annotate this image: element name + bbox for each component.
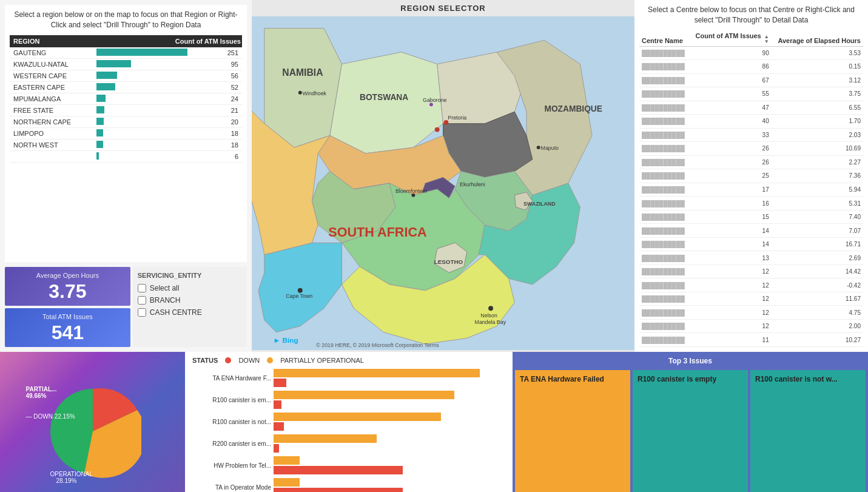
table-row[interactable]: ██████████ 90 3.53 [639,46,863,60]
top3-card[interactable]: R100 canister is empty 56 [633,370,748,492]
right-panel: Select a Centre below to focus on that C… [634,0,868,352]
table-row[interactable]: ██████████ 26 2.27 [639,155,863,169]
right-instruction: Select a Centre below to focus on that C… [639,5,863,25]
red-bar [274,400,281,409]
pie-operational-pct: 28.19% [56,477,77,484]
servicing-entity-panel: SERVICING_ENTITY Select allBRANCHCASH CE… [133,267,247,347]
centre-avg: 16.71 [772,237,863,251]
count-atm-header[interactable]: Count of ATM Issues ▲▼ [690,30,772,47]
avg-open-hours-box: Average Open Hours 3.75 [5,267,130,306]
region-name: KWAZULU-NATAL [10,58,93,70]
svg-text:LESOTHO: LESOTHO [434,258,463,265]
total-atm-box: Total ATM Issues 541 [5,308,130,347]
top3-card[interactable]: TA ENA Hardware Failed 78 [515,370,630,492]
table-row[interactable]: ██████████ 67 3.12 [639,73,863,87]
table-row[interactable]: ██████████ 12 2.00 [639,319,863,333]
table-row[interactable]: EASTERN CAPE 52 [10,81,242,93]
table-row[interactable]: ██████████ 86 0.15 [639,60,863,74]
region-bar [93,81,218,93]
region-bar [93,150,218,162]
avg-open-hours-value: 3.75 [10,281,126,301]
svg-text:Gaborone: Gaborone [423,97,446,103]
total-atm-label: Total ATM Issues [10,313,126,320]
centre-count: 26 [690,155,772,169]
table-row[interactable]: LIMPOPO 18 [10,127,242,139]
table-row[interactable]: ██████████ 14 7.07 [639,224,863,238]
table-row[interactable]: ██████████ 33 2.03 [639,128,863,142]
table-row[interactable]: ██████████ 26 10.69 [639,142,863,156]
centre-count: 47 [690,101,772,115]
centre-name: ██████████ [639,60,690,74]
region-name: MPUMALANGA [10,93,93,104]
centre-avg: 7.36 [772,169,863,183]
se-checkbox[interactable] [138,308,146,317]
map-container[interactable]: NAMIBIA BOTSWANA MOZAMBIQUE [252,16,634,350]
orange-bar [274,369,480,377]
pie-down-line: — DOWN 22.15% [26,413,75,420]
region-count: 18 [218,139,242,150]
chart-row: R100 canister is not... [192,413,505,431]
table-row[interactable]: ██████████ 12 11.67 [639,292,863,306]
svg-text:Maputo: Maputo [541,145,559,151]
table-row[interactable]: MPUMALANGA 24 [10,93,242,104]
region-bar [93,93,218,104]
table-row[interactable]: KWAZULU-NATAL 95 [10,58,242,70]
table-row[interactable]: FREE STATE 21 [10,104,242,116]
centre-name: ██████████ [639,101,690,115]
table-row[interactable]: ██████████ 15 7.40 [639,210,863,224]
centre-table[interactable]: Centre Name Count of ATM Issues ▲▼ Avera… [639,30,863,347]
orange-bar [274,391,454,399]
table-row[interactable]: ██████████ 55 3.75 [639,87,863,101]
se-checkbox-item[interactable]: BRANCH [138,296,242,305]
down-dot [225,357,231,363]
centre-name: ██████████ [639,278,690,292]
centre-avg: -0.42 [772,278,863,292]
table-row[interactable]: ██████████ 47 6.55 [639,101,863,115]
se-checkbox[interactable] [138,296,146,305]
center-map-panel: REGION SELECTOR NAMIBIA BOTSWANA [252,0,634,352]
table-row[interactable]: ██████████ 12 4.75 [639,306,863,320]
se-checkbox[interactable] [138,284,146,292]
region-count: 24 [218,93,242,104]
centre-count: 14 [690,237,772,251]
table-row[interactable]: GAUTENG 251 [10,47,242,59]
svg-text:Nelson: Nelson [480,312,497,318]
table-row[interactable]: ██████████ 16 5.31 [639,197,863,211]
table-row[interactable]: 6 [10,150,242,162]
centre-avg: 2.00 [772,319,863,333]
sort-icon[interactable]: ▲▼ [764,35,769,44]
top3-card[interactable]: R100 canister is not w... 49 [750,370,866,492]
table-row[interactable]: ██████████ 13 2.69 [639,251,863,265]
top3-card-title: TA ENA Hardware Failed [520,375,625,383]
table-row[interactable]: ██████████ 12 -0.42 [639,278,863,292]
red-bar [274,444,279,453]
table-row[interactable]: ██████████ 11 10.27 [639,333,863,347]
total-atm-value: 541 [10,323,126,342]
partial-dot [267,357,273,363]
centre-name: ██████████ [639,46,690,60]
red-bar [274,379,286,387]
se-checkbox-item[interactable]: Select all [138,284,242,292]
centre-count: 40 [690,115,772,129]
table-row[interactable]: NORTH WEST 18 [10,139,242,150]
centre-name: ██████████ [639,73,690,87]
svg-text:Mandela Bay: Mandela Bay [475,319,506,325]
table-row[interactable]: ██████████ 17 5.94 [639,183,863,197]
table-row[interactable]: ██████████ 25 7.36 [639,169,863,183]
svg-point-18 [298,288,303,293]
table-row[interactable]: ██████████ 12 14.42 [639,265,863,278]
table-row[interactable]: NORTHERN CAPE 20 [10,116,242,127]
centre-count: 12 [690,319,772,333]
table-row[interactable]: ██████████ 14 16.71 [639,237,863,251]
table-row[interactable]: ██████████ 40 1.70 [639,115,863,129]
centre-avg: 2.69 [772,251,863,265]
table-row[interactable]: WESTERN CAPE 56 [10,70,242,81]
centre-name: ██████████ [639,237,690,251]
region-bar [93,116,218,127]
centre-name: ██████████ [639,319,690,333]
centre-count: 55 [690,87,772,101]
centre-avg: 6.55 [772,101,863,115]
centre-avg: 2.03 [772,128,863,142]
se-checkbox-item[interactable]: CASH CENTRE [138,308,242,317]
chart-row: R200 canister is em... [192,434,505,453]
